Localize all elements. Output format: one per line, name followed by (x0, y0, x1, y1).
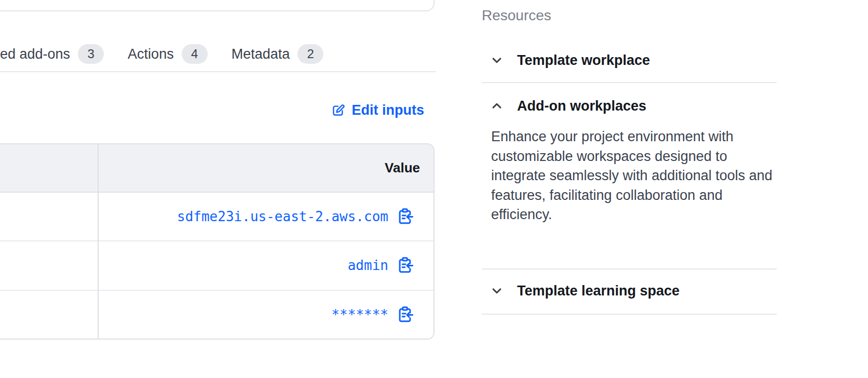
edit-pencil-icon (331, 103, 346, 118)
resources-panel: Resources Template workplace Add-on work… (482, 0, 777, 378)
tab-label: Metadata (232, 46, 290, 62)
value-column-header: Value (385, 160, 420, 176)
table-row: ******* (0, 291, 433, 339)
tab-bar-divider (0, 71, 436, 72)
tab-count-badge: 4 (182, 44, 208, 64)
accordion-label: Template learning space (517, 283, 680, 299)
previous-card-bottom (0, 0, 435, 11)
table-header-row: Value (0, 144, 433, 193)
panel-divider (482, 268, 777, 269)
tab-count-badge: 3 (78, 44, 104, 64)
copy-value-button[interactable] (396, 305, 414, 324)
clipboard-copy-icon (396, 207, 414, 226)
clipboard-copy-icon (396, 305, 414, 324)
accordion-label: Template workplace (517, 52, 650, 69)
table-row: admin (0, 241, 433, 290)
chevron-down-icon (489, 52, 505, 68)
accordion-label: Add-on workplaces (517, 98, 646, 114)
tab-actions[interactable]: Actions 4 (128, 44, 208, 64)
copy-value-button[interactable] (396, 256, 414, 275)
edit-inputs-button[interactable]: Edit inputs (331, 102, 424, 118)
edit-inputs-label: Edit inputs (352, 102, 424, 118)
accordion-description: Enhance your project environment with cu… (491, 127, 780, 225)
tab-bar: ed add-ons 3 Actions 4 Metadata 2 (0, 43, 323, 65)
tab-count-badge: 2 (297, 44, 323, 64)
table-row: sdfme23i.us-east-2.aws.com (0, 193, 433, 241)
copy-value-button[interactable] (396, 207, 414, 226)
resources-panel-title: Resources (482, 7, 551, 24)
input-value-host: sdfme23i.us-east-2.aws.com (177, 209, 388, 224)
input-value-password-masked: ******* (331, 307, 388, 322)
clipboard-copy-icon (396, 256, 414, 275)
chevron-up-icon (489, 98, 505, 114)
accordion-add-on-workplaces[interactable]: Add-on workplaces (482, 95, 777, 117)
table-column-divider (98, 144, 99, 339)
tab-installed-add-ons[interactable]: ed add-ons 3 (0, 44, 104, 64)
panel-divider (482, 82, 777, 83)
tab-metadata[interactable]: Metadata 2 (232, 44, 324, 64)
tab-label: ed add-ons (0, 46, 70, 62)
inputs-table: Value sdfme23i.us-east-2.aws.com admin (0, 143, 435, 340)
chevron-down-icon (489, 283, 505, 299)
tab-label: Actions (128, 46, 174, 62)
accordion-template-workplace[interactable]: Template workplace (482, 49, 777, 72)
panel-divider (482, 314, 777, 315)
input-value-username: admin (348, 258, 388, 273)
accordion-template-learning-space[interactable]: Template learning space (482, 279, 777, 302)
